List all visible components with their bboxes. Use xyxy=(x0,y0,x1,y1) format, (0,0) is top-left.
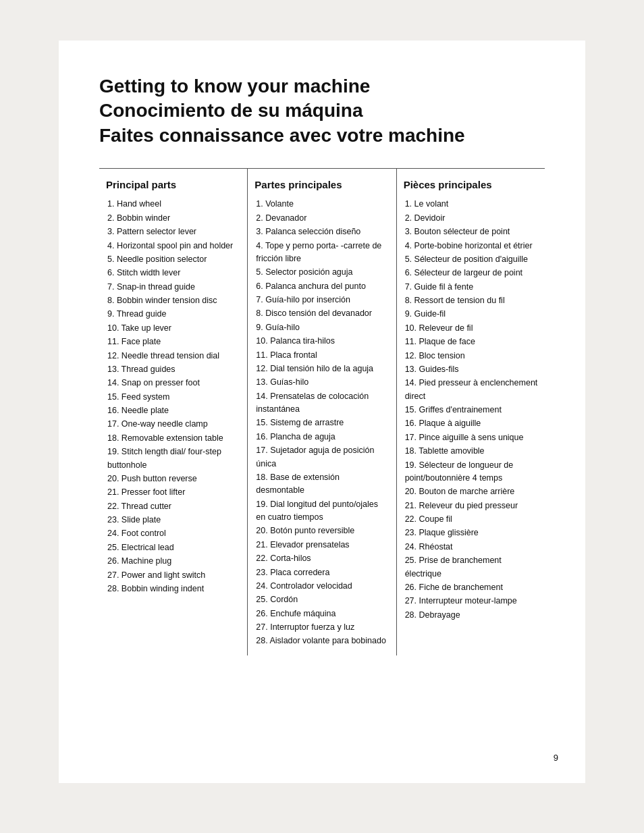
list-item: 26. Enchufe máquina xyxy=(254,608,389,620)
list-item: 27. Interruptor fuerza y luz xyxy=(254,621,389,634)
english-list: 1. Hand wheel2. Bobbin winder3. Pattern … xyxy=(106,198,240,595)
list-item: 7. Guía-hilo por inserción xyxy=(254,294,389,306)
list-item: 19. Dial longitud del punto/ojales en cu… xyxy=(254,498,389,525)
page-number: 9 xyxy=(554,753,558,763)
list-item: 3. Bouton sélecteur de point xyxy=(404,225,538,238)
col-header-spanish: Partes principales xyxy=(254,177,389,192)
list-item: 24. Controlador velocidad xyxy=(254,580,389,593)
list-item: 25. Cordón xyxy=(254,593,389,606)
list-item: 21. Elevador prensatelas xyxy=(254,539,389,552)
list-item: 28. Aislador volante para bobinado xyxy=(254,635,389,647)
list-item: 9. Guide-fil xyxy=(404,308,538,321)
title-line3: Faites connaissance avec votre machine xyxy=(99,125,465,146)
list-item: 16. Plancha de aguja xyxy=(254,431,389,444)
list-item: 4. Horizontal spool pin and holder xyxy=(106,240,240,252)
list-item: 15. Sistemg de arrastre xyxy=(254,416,389,429)
col-header-french: Pièces principales xyxy=(404,177,538,192)
list-item: 12. Needle thread tension dial xyxy=(106,350,240,362)
list-item: 5. Sélecteur de position d'aiguille xyxy=(404,253,538,266)
list-item: 5. Selector posición aguja xyxy=(254,266,389,279)
list-item: 7. Guide fil à fente xyxy=(404,281,538,294)
list-item: 2. Devanador xyxy=(254,212,389,225)
title-line2: Conocimiento de su máquina xyxy=(99,100,363,121)
list-item: 18. Removable extension table xyxy=(106,432,240,445)
list-item: 16. Needle plate xyxy=(106,404,240,417)
list-item: 23. Plaque glissière xyxy=(404,527,538,539)
list-item: 24. Foot control xyxy=(106,527,240,540)
column-spanish: Partes principales 1. Volante2. Devanado… xyxy=(248,169,396,655)
list-item: 18. Tablette amovible xyxy=(404,445,538,458)
list-item: 8. Bobbin winder tension disc xyxy=(106,294,240,307)
list-item: 23. Placa corredera xyxy=(254,566,389,579)
list-item: 9. Guía-hilo xyxy=(254,321,389,334)
list-item: 6. Palanca anchura del punto xyxy=(254,280,389,293)
main-title: Getting to know your machine Conocimient… xyxy=(99,74,545,148)
list-item: 6. Stitch width lever xyxy=(106,267,240,279)
column-french: Pièces principales 1. Le volant2. Devido… xyxy=(397,169,545,655)
list-item: 13. Guides-fils xyxy=(404,363,538,376)
list-item: 11. Face plate xyxy=(106,335,240,348)
list-item: 10. Palanca tira-hilos xyxy=(254,335,389,348)
french-list: 1. Le volant2. Devidoir3. Bouton sélecte… xyxy=(404,198,538,622)
list-item: 1. Volante xyxy=(254,198,389,211)
title-line1: Getting to know your machine xyxy=(99,76,370,97)
list-item: 23. Slide plate xyxy=(106,514,240,527)
list-item: 10. Take up lever xyxy=(106,322,240,335)
list-item: 7. Snap-in thread guide xyxy=(106,281,240,294)
list-item: 15. Feed system xyxy=(106,391,240,404)
list-item: 17. One-way needle clamp xyxy=(106,418,240,431)
list-item: 19. Stitch length dial/ four-step button… xyxy=(106,446,240,472)
spanish-list: 1. Volante2. Devanador3. Palanca selecci… xyxy=(254,198,389,647)
list-item: 20. Bouton de marche arrière xyxy=(404,485,538,498)
col-header-english: Principal parts xyxy=(106,177,240,192)
list-item: 22. Thread cutter xyxy=(106,500,240,513)
list-item: 11. Placa frontal xyxy=(254,349,389,362)
list-item: 13. Guías-hilo xyxy=(254,376,389,389)
list-item: 3. Palanca selección diseño xyxy=(254,225,389,238)
columns-container: Principal parts 1. Hand wheel2. Bobbin w… xyxy=(99,168,545,655)
list-item: 10. Releveur de fil xyxy=(404,322,538,335)
list-item: 11. Plaque de face xyxy=(404,335,538,348)
list-item: 15. Griffes d'entrainement xyxy=(404,404,538,416)
list-item: 20. Botón punto reversible xyxy=(254,525,389,537)
page: Getting to know your machine Conocimient… xyxy=(59,41,585,783)
list-item: 28. Debrayage xyxy=(404,609,538,622)
list-item: 14. Snap on presser foot xyxy=(106,377,240,389)
column-english: Principal parts 1. Hand wheel2. Bobbin w… xyxy=(99,169,248,655)
list-item: 3. Pattern selector lever xyxy=(106,225,240,238)
list-item: 2. Devidoir xyxy=(404,212,538,225)
list-item: 26. Fiche de branchement xyxy=(404,581,538,594)
list-item: 26. Machine plug xyxy=(106,555,240,568)
list-item: 25. Electrical lead xyxy=(106,541,240,554)
list-item: 13. Thread guides xyxy=(106,363,240,376)
list-item: 28. Bobbin winding indent xyxy=(106,583,240,595)
list-item: 24. Rhéostat xyxy=(404,541,538,554)
list-item: 8. Ressort de tension du fil xyxy=(404,294,538,307)
list-item: 27. Power and light switch xyxy=(106,569,240,582)
list-item: 18. Base de extensión desmontable xyxy=(254,471,389,498)
list-item: 22. Corta-hilos xyxy=(254,552,389,565)
list-item: 8. Disco tensión del devanador xyxy=(254,307,389,320)
list-item: 21. Presser foot lifter xyxy=(106,486,240,499)
list-item: 19. Sélecteur de longueur de point/bouto… xyxy=(404,459,538,485)
list-item: 12. Bloc tension xyxy=(404,350,538,362)
list-item: 27. Interrupteur moteur-lampe xyxy=(404,595,538,608)
list-item: 4. Tope y perno porta- -carrete de fricc… xyxy=(254,240,389,266)
list-item: 1. Le volant xyxy=(404,198,538,211)
list-item: 22. Coupe fil xyxy=(404,513,538,526)
list-item: 20. Push button reverse xyxy=(106,473,240,485)
list-item: 2. Bobbin winder xyxy=(106,212,240,225)
list-item: 6. Sélecteur de largeur de point xyxy=(404,267,538,279)
list-item: 14. Prensatelas de colocación instantáne… xyxy=(254,390,389,416)
list-item: 16. Plaque à aiguille xyxy=(404,417,538,430)
list-item: 25. Prise de branchement électrique xyxy=(404,554,538,581)
list-item: 12. Dial tensión hilo de la aguja xyxy=(254,362,389,375)
list-item: 21. Releveur du pied presseur xyxy=(404,500,538,512)
list-item: 4. Porte-bobine horizontal et étrier xyxy=(404,240,538,252)
list-item: 17. Pince aiguille à sens unique xyxy=(404,431,538,444)
list-item: 5. Needle position selector xyxy=(106,253,240,266)
list-item: 14. Pied presseur à enclenchement direct xyxy=(404,377,538,403)
list-item: 17. Sujetador aguja de posición única xyxy=(254,444,389,471)
list-item: 1. Hand wheel xyxy=(106,198,240,211)
list-item: 9. Thread guide xyxy=(106,308,240,321)
